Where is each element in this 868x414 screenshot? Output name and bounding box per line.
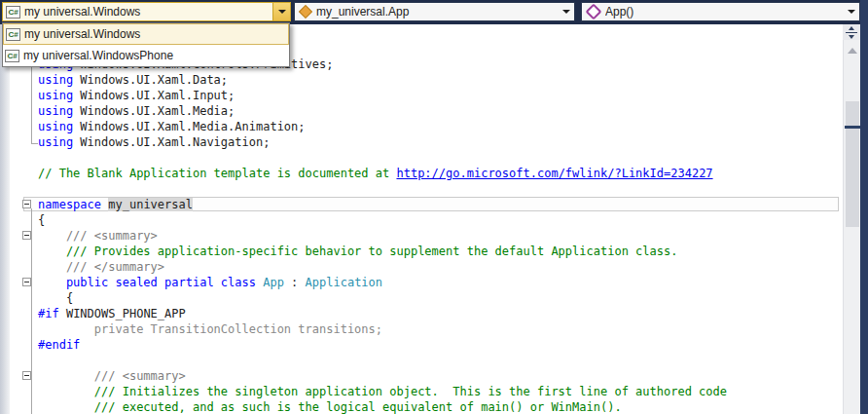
code-segment-kw: using [38,104,73,118]
code-line[interactable]: using Windows.UI.Xaml.Data; [10,72,843,88]
code-line[interactable]: using Windows.UI.Xaml.Media.Animation; [10,119,843,134]
chevron-down-icon [848,10,855,14]
vertical-scrollbar[interactable] [843,40,860,414]
dropdown-item-windows[interactable]: C# my universal.Windows [3,23,289,45]
editor-left-margin [0,24,10,414]
code-segment-kw: using [38,89,73,102]
code-segment-pl: { [38,213,45,227]
code-line[interactable]: using Windows.UI.Xaml.Input; [10,88,843,103]
code-segment-com: /// Provides application-specific behavi… [38,245,677,258]
fold-collapse-toggle[interactable] [22,200,31,208]
chevron-down-icon [562,10,570,14]
code-line[interactable] [10,353,843,368]
dropdown-item-windowsphone[interactable]: C# my universal.WindowsPhone [3,45,289,66]
code-segment-pl: WINDOWS_PHONE_APP [59,307,186,320]
class-dropdown[interactable]: my_universal.App [294,2,575,21]
code-segment-hl: my_universal [108,198,193,211]
code-line[interactable]: using Windows.UI.Xaml.Navigation; [10,134,843,150]
dropdown-item-label: my universal.WindowsPhone [23,49,173,62]
code-segment-pl: Windows.UI.Xaml.Media.Animation; [73,120,305,133]
code-line[interactable]: private TransitionCollection transitions… [10,321,843,337]
csharp-project-icon: C# [6,6,20,19]
class-icon [299,5,312,19]
code-line[interactable]: /// <summary> [10,368,843,384]
caret-position-marker [845,126,860,129]
code-line[interactable]: /// Provides application-specific behavi… [10,244,843,259]
code-segment-com: /// Initializes the singleton applicatio… [38,385,727,398]
project-dropdown-list: C# my universal.Windows C# my universal.… [2,22,290,67]
code-segment-kw: namespace [38,198,101,211]
code-segment-pl: { [38,291,73,305]
code-line[interactable]: using Windows.UI.Xaml.Media; [10,103,843,119]
dropdown-item-label: my universal.Windows [24,27,140,41]
code-segment-com: // The Blank Application template is doc… [38,167,396,180]
code-line[interactable]: #endif [10,337,843,353]
code-segment-kw: #endif [38,338,80,352]
code-segment-kw: using [38,135,73,149]
member-dropdown[interactable]: App() [581,2,860,21]
code-segment-dis: private TransitionCollection transitions… [38,322,382,336]
code-segment-doc: /// </summary> [38,260,164,274]
code-line[interactable]: { [10,212,843,228]
class-dropdown-label: my_universal.App [316,5,558,19]
fold-collapse-toggle[interactable] [22,278,31,286]
code-area[interactable]: using Windows.UI.Xaml.Controls.Primitive… [10,25,843,414]
code-line[interactable]: { [10,290,843,306]
code-segment-kw: using [38,73,73,87]
vs-editor-window: C# my universal.Windows my_universal.App… [0,0,868,414]
window-edge-right [860,0,868,414]
code-line[interactable]: namespace my_universal [10,197,843,212]
scrollbar-up-button[interactable] [844,44,861,57]
csharp-project-icon: C# [6,28,20,41]
method-icon [586,4,602,20]
code-line[interactable]: #if WINDOWS_PHONE_APP [10,306,843,321]
class-dropdown-button[interactable] [558,3,574,20]
scrollbar-thumb[interactable] [846,101,859,227]
code-segment-type: Application [306,276,382,289]
code-segment-pl: Windows.UI.Xaml.Media; [73,104,235,118]
split-editor-handle[interactable] [843,24,860,41]
code-segment-kw: using [38,120,73,133]
code-segment-doc: /// <summary> [38,369,186,383]
code-line[interactable]: // The Blank Application template is doc… [10,166,843,181]
splitter-grip-icon [847,26,856,39]
code-line[interactable]: /// Initializes the singleton applicatio… [10,384,843,399]
code-editor[interactable]: using Windows.UI.Xaml.Controls.Primitive… [0,24,868,414]
csharp-project-icon: C# [5,50,19,62]
fold-collapse-toggle[interactable] [22,231,31,240]
member-dropdown-button[interactable] [843,3,859,20]
code-line[interactable] [10,181,843,197]
chevron-down-icon [278,10,286,14]
project-dropdown[interactable]: C# my universal.Windows [2,2,291,21]
member-dropdown-label: App() [605,5,843,19]
code-segment-link: http://go.microsoft.com/fwlink/?LinkId=2… [396,167,712,180]
navigation-bar: C# my universal.Windows my_universal.App… [0,0,868,24]
code-segment-com: /// executed, and as such is the logical… [38,400,622,414]
project-dropdown-button[interactable] [272,3,290,20]
code-segment-pl: : [284,276,306,289]
code-segment-doc: /// <summary> [38,229,158,243]
code-line[interactable]: public sealed partial class App : Applic… [10,275,843,290]
code-segment-pl: Windows.UI.Xaml.Input; [73,89,235,102]
code-line[interactable] [10,150,843,166]
code-line[interactable]: /// executed, and as such is the logical… [10,399,843,414]
project-dropdown-label: my universal.Windows [24,5,272,19]
scroll-up-icon [848,48,857,54]
code-segment-kw: public sealed partial class [38,276,256,289]
code-line[interactable]: /// <summary> [10,228,843,244]
fold-collapse-toggle[interactable] [22,371,31,380]
code-segment-pl: Windows.UI.Xaml.Data; [73,73,228,87]
code-segment-kw: #if [38,307,59,320]
code-segment-type: App [256,276,284,289]
code-line[interactable]: /// </summary> [10,259,843,275]
code-segment-pl: Windows.UI.Xaml.Navigation; [73,135,270,149]
